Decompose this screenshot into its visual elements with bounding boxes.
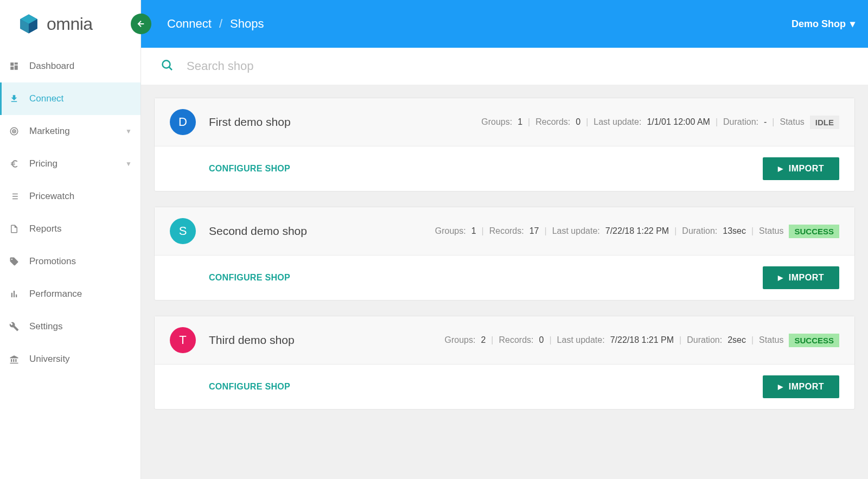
- records-value: 17: [529, 226, 539, 236]
- meta-separator: |: [751, 335, 754, 345]
- dashboard-icon: [9, 61, 20, 72]
- meta-separator: |: [549, 335, 551, 345]
- sidebar-item-label: Marketing: [29, 126, 70, 137]
- sidebar-item-reports[interactable]: Reports: [0, 213, 141, 245]
- configure-shop-link[interactable]: CONFIGURE SHOP: [209, 382, 290, 392]
- chevron-down-icon: ▼: [125, 160, 132, 168]
- shop-selector-label: Demo Shop: [792, 18, 846, 30]
- shop-name: First demo shop: [209, 116, 361, 129]
- configure-shop-link[interactable]: CONFIGURE SHOP: [209, 164, 290, 174]
- sidebar-item-label: Reports: [29, 223, 62, 234]
- chevron-down-icon: ▼: [125, 127, 132, 135]
- content: DFirst demo shopGroups:1|Records:0|Last …: [141, 85, 868, 479]
- logo[interactable]: omnia: [0, 0, 141, 48]
- sidebar: omnia DashboardConnectMarketing▼Pricing▼…: [0, 0, 141, 479]
- nav: DashboardConnectMarketing▼Pricing▼Pricew…: [0, 48, 141, 375]
- shop-meta: Groups:2|Records:0|Last update:7/22/18 1…: [445, 334, 840, 347]
- records-label: Records:: [499, 335, 533, 345]
- search-input[interactable]: [187, 59, 848, 73]
- shop-body: CONFIGURE SHOP▶IMPORT: [155, 256, 854, 300]
- svg-rect-6: [15, 66, 18, 70]
- records-value: 0: [576, 117, 580, 127]
- shop-meta: Groups:1|Records:0|Last update:1/1/01 12…: [481, 116, 839, 129]
- breadcrumb-separator: /: [219, 17, 222, 31]
- avatar: T: [170, 327, 196, 353]
- duration-value: 2sec: [727, 335, 746, 345]
- meta-separator: |: [586, 117, 588, 127]
- sidebar-item-settings[interactable]: Settings: [0, 310, 141, 343]
- import-button[interactable]: ▶IMPORT: [763, 375, 839, 398]
- import-label: IMPORT: [789, 164, 824, 174]
- last-update-value: 7/22/18 1:22 PM: [605, 226, 669, 236]
- svg-rect-7: [10, 67, 14, 70]
- status-label-label: Status: [759, 335, 783, 345]
- import-button[interactable]: ▶IMPORT: [763, 157, 839, 180]
- back-button[interactable]: [131, 14, 151, 34]
- sidebar-item-label: Connect: [29, 93, 63, 104]
- file-icon: [9, 223, 20, 234]
- sidebar-item-performance[interactable]: Performance: [0, 278, 141, 310]
- status-label-label: Status: [780, 117, 804, 127]
- breadcrumb-part1[interactable]: Connect: [167, 17, 212, 31]
- shop-head: TThird demo shopGroups:2|Records:0|Last …: [155, 316, 854, 365]
- logo-icon: [17, 12, 40, 35]
- sidebar-item-label: Pricing: [29, 158, 58, 169]
- import-label: IMPORT: [789, 382, 824, 392]
- records-value: 0: [539, 335, 544, 345]
- groups-label: Groups:: [481, 117, 512, 127]
- import-button[interactable]: ▶IMPORT: [763, 266, 839, 289]
- meta-separator: |: [545, 226, 547, 236]
- search-icon: [161, 59, 174, 74]
- play-icon: ▶: [778, 383, 783, 391]
- svg-rect-4: [10, 62, 14, 66]
- status-badge: IDLE: [810, 116, 839, 129]
- shop-meta: Groups:1|Records:17|Last update:7/22/18 …: [435, 225, 839, 238]
- status-label-label: Status: [759, 226, 783, 236]
- play-icon: ▶: [778, 165, 783, 173]
- status-badge: SUCCESS: [789, 334, 839, 347]
- avatar: S: [170, 218, 196, 244]
- shop-head: SSecond demo shopGroups:1|Records:17|Las…: [155, 207, 854, 256]
- sidebar-item-pricing[interactable]: Pricing▼: [0, 148, 141, 180]
- shop-card: TThird demo shopGroups:2|Records:0|Last …: [154, 316, 855, 410]
- meta-separator: |: [482, 226, 484, 236]
- meta-separator: |: [751, 226, 754, 236]
- status-badge: SUCCESS: [789, 225, 839, 238]
- svg-rect-5: [15, 62, 18, 65]
- groups-label: Groups:: [445, 335, 476, 345]
- records-label: Records:: [489, 226, 524, 236]
- meta-separator: |: [772, 117, 774, 127]
- play-icon: ▶: [778, 274, 783, 282]
- meta-separator: |: [674, 226, 676, 236]
- sidebar-item-promotions[interactable]: Promotions: [0, 245, 141, 278]
- shop-card: SSecond demo shopGroups:1|Records:17|Las…: [154, 207, 855, 301]
- sidebar-item-connect[interactable]: Connect: [0, 82, 141, 115]
- sidebar-item-dashboard[interactable]: Dashboard: [0, 50, 141, 82]
- records-label: Records:: [535, 117, 570, 127]
- breadcrumb-part2[interactable]: Shops: [230, 17, 264, 31]
- sidebar-item-label: Performance: [29, 289, 82, 299]
- configure-shop-link[interactable]: CONFIGURE SHOP: [209, 273, 290, 283]
- duration-label: Duration:: [682, 226, 717, 236]
- meta-separator: |: [528, 117, 530, 127]
- groups-label: Groups:: [435, 226, 466, 236]
- sidebar-item-label: Dashboard: [29, 61, 74, 72]
- target-icon: [9, 126, 20, 137]
- last-update-value: 7/22/18 1:21 PM: [610, 335, 674, 345]
- import-label: IMPORT: [789, 273, 824, 283]
- header: Connect / Shops Demo Shop ▾: [141, 0, 868, 48]
- meta-separator: |: [716, 117, 718, 127]
- tag-icon: [9, 256, 20, 267]
- shop-body: CONFIGURE SHOP▶IMPORT: [155, 365, 854, 409]
- meta-separator: |: [491, 335, 493, 345]
- shop-body: CONFIGURE SHOP▶IMPORT: [155, 146, 854, 191]
- svg-point-10: [14, 131, 15, 132]
- list-icon: [9, 191, 20, 202]
- sidebar-item-marketing[interactable]: Marketing▼: [0, 115, 141, 148]
- shop-name: Third demo shop: [209, 334, 361, 347]
- shop-name: Second demo shop: [209, 225, 361, 238]
- sidebar-item-university[interactable]: University: [0, 343, 141, 375]
- groups-value: 1: [518, 117, 522, 127]
- sidebar-item-pricewatch[interactable]: Pricewatch: [0, 180, 141, 213]
- shop-selector[interactable]: Demo Shop ▾: [792, 18, 855, 30]
